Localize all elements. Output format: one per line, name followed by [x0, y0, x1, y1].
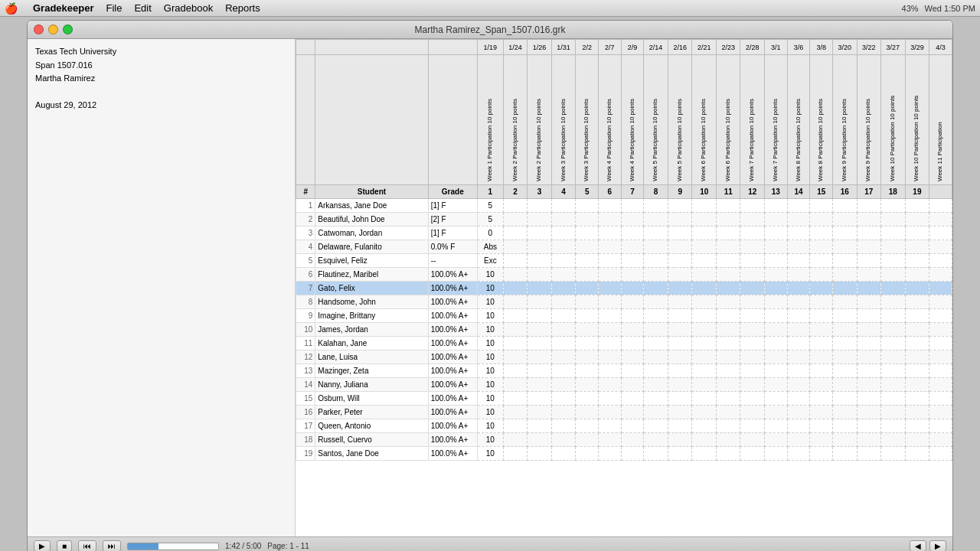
cell-grade-entry[interactable] [576, 419, 599, 433]
cell-grade-entry[interactable] [644, 268, 668, 282]
scroll-right[interactable]: ▶ [929, 540, 946, 551]
cell-grade-entry[interactable] [503, 227, 528, 240]
cell-grade-entry[interactable] [833, 419, 858, 433]
cell-grade-entry[interactable] [621, 268, 644, 282]
cell-grade-entry[interactable] [692, 392, 717, 406]
table-row[interactable]: 15Osburn, Will100.0% A+10 [296, 392, 952, 406]
cell-grade-entry[interactable] [929, 199, 952, 213]
file-menu[interactable]: File [106, 2, 122, 14]
cell-grade-entry[interactable] [929, 364, 952, 378]
cell-grade-entry[interactable] [929, 392, 952, 406]
cell-grade-entry[interactable] [881, 364, 906, 378]
cell-grade-entry[interactable] [929, 309, 952, 323]
cell-grade-entry[interactable] [881, 295, 906, 309]
cell-grade-entry[interactable] [929, 213, 952, 227]
cell-grade-entry[interactable] [668, 282, 692, 295]
cell-grade-entry[interactable] [740, 309, 765, 323]
cell-grade-entry[interactable] [716, 295, 740, 309]
cell-grade-entry[interactable] [787, 240, 810, 254]
table-row[interactable]: 8Handsome, John100.0% A+10 [296, 295, 952, 309]
grid-container[interactable]: 1/19 1/24 1/26 1/31 2/2 2/7 2/9 2/14 2/1… [296, 39, 952, 536]
cell-grade-entry[interactable] [716, 227, 740, 240]
cell-grade-entry[interactable] [621, 447, 644, 461]
cell-grade-entry[interactable] [644, 213, 668, 227]
cell-grade-entry[interactable] [503, 364, 528, 378]
cell-grade-entry[interactable] [810, 199, 833, 213]
cell-grade-entry[interactable] [551, 323, 576, 337]
cell-grade-entry[interactable] [740, 392, 765, 406]
cell-grade-entry[interactable] [857, 199, 881, 213]
cell-grade-entry[interactable] [503, 254, 528, 268]
cell-grade-entry[interactable] [881, 227, 906, 240]
cell-grade-entry[interactable] [905, 295, 929, 309]
cell-grade-entry[interactable] [787, 350, 810, 364]
table-row[interactable]: 10James, Jordan100.0% A+10 [296, 323, 952, 337]
cell-grade-entry[interactable] [905, 199, 929, 213]
cell-grade-entry[interactable] [551, 392, 576, 406]
cell-grade-entry[interactable] [621, 309, 644, 323]
cell-grade-entry[interactable] [621, 433, 644, 447]
cell-grade-entry[interactable] [765, 213, 788, 227]
cell-grade-entry[interactable] [905, 268, 929, 282]
cell-grade-entry[interactable]: 10 [477, 378, 503, 392]
cell-grade-entry[interactable]: 10 [477, 447, 503, 461]
cell-grade-entry[interactable] [716, 268, 740, 282]
cell-grade-entry[interactable] [692, 240, 717, 254]
play-button[interactable]: ▶ [34, 540, 51, 551]
cell-grade-entry[interactable] [905, 240, 929, 254]
cell-grade-entry[interactable] [787, 378, 810, 392]
cell-grade-entry[interactable] [621, 350, 644, 364]
cell-grade-entry[interactable] [929, 323, 952, 337]
cell-grade-entry[interactable] [503, 378, 528, 392]
cell-grade-entry[interactable] [929, 406, 952, 419]
cell-grade-entry[interactable] [503, 282, 528, 295]
cell-grade-entry[interactable] [787, 282, 810, 295]
cell-grade-entry[interactable] [576, 378, 599, 392]
table-row[interactable]: 3Catwoman, Jordan[1] F0 [296, 227, 952, 240]
cell-grade-entry[interactable] [787, 447, 810, 461]
cell-grade-entry[interactable] [668, 240, 692, 254]
cell-grade-entry[interactable] [551, 337, 576, 350]
cell-grade-entry[interactable] [576, 447, 599, 461]
cell-grade-entry[interactable] [881, 213, 906, 227]
cell-grade-entry[interactable] [528, 406, 552, 419]
cell-grade-entry[interactable] [929, 240, 952, 254]
scroll-left[interactable]: ◀ [910, 540, 926, 551]
cell-grade-entry[interactable] [929, 227, 952, 240]
cell-grade-entry[interactable] [528, 240, 552, 254]
cell-grade-entry[interactable] [692, 254, 717, 268]
cell-grade-entry[interactable] [716, 254, 740, 268]
cell-grade-entry[interactable] [857, 213, 881, 227]
cell-grade-entry[interactable] [528, 419, 552, 433]
cell-grade-entry[interactable] [668, 254, 692, 268]
cell-grade-entry[interactable] [599, 447, 622, 461]
cell-grade-entry[interactable] [905, 323, 929, 337]
cell-grade-entry[interactable] [905, 447, 929, 461]
cell-grade-entry[interactable] [810, 364, 833, 378]
cell-grade-entry[interactable] [644, 433, 668, 447]
cell-grade-entry[interactable] [692, 419, 717, 433]
cell-grade-entry[interactable] [740, 268, 765, 282]
cell-grade-entry[interactable] [857, 392, 881, 406]
cell-grade-entry[interactable] [929, 282, 952, 295]
cell-grade-entry[interactable] [503, 433, 528, 447]
cell-grade-entry[interactable] [881, 323, 906, 337]
cell-grade-entry[interactable]: 10 [477, 406, 503, 419]
cell-grade-entry[interactable] [740, 406, 765, 419]
cell-grade-entry[interactable]: 10 [477, 323, 503, 337]
cell-grade-entry[interactable] [692, 337, 717, 350]
cell-grade-entry[interactable] [833, 406, 858, 419]
cell-grade-entry[interactable] [857, 268, 881, 282]
cell-grade-entry[interactable] [528, 447, 552, 461]
cell-grade-entry[interactable] [857, 254, 881, 268]
cell-grade-entry[interactable] [905, 419, 929, 433]
cell-grade-entry[interactable] [692, 378, 717, 392]
cell-grade-entry[interactable] [644, 392, 668, 406]
cell-grade-entry[interactable] [833, 392, 858, 406]
cell-grade-entry[interactable] [503, 268, 528, 282]
cell-grade-entry[interactable] [599, 350, 622, 364]
cell-grade-entry[interactable] [621, 254, 644, 268]
cell-grade-entry[interactable] [857, 406, 881, 419]
cell-grade-entry[interactable] [551, 282, 576, 295]
cell-grade-entry[interactable] [740, 323, 765, 337]
